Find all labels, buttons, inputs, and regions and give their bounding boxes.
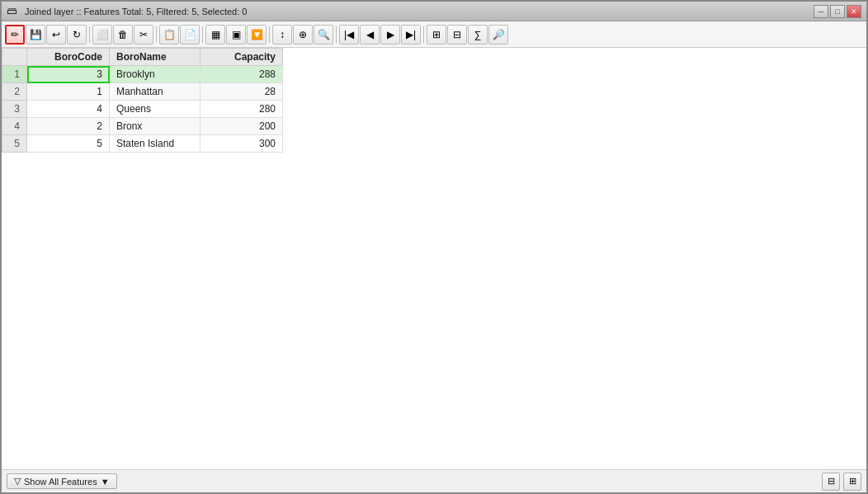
close-button[interactable]: ✕	[847, 5, 861, 18]
status-bar-right: ⊟ ⊞	[822, 473, 861, 491]
attribute-table[interactable]: BoroCode BoroName Capacity 13Brooklyn288…	[2, 48, 866, 469]
borocode-cell[interactable]: 5	[27, 135, 110, 153]
delete-column-button[interactable]: ⊟	[447, 25, 467, 45]
deselect-button[interactable]: ▣	[226, 25, 246, 45]
table-row[interactable]: 42Bronx200	[2, 118, 283, 135]
row-number-cell: 2	[2, 83, 27, 101]
boroname-cell[interactable]: Staten Island	[110, 135, 200, 153]
status-bar: ▽ Show All Features ▼ ⊟ ⊞	[2, 469, 866, 492]
capacity-cell[interactable]: 300	[200, 135, 283, 153]
copy-button[interactable]: 📄	[180, 25, 200, 45]
borocode-cell[interactable]: 2	[27, 118, 110, 135]
sep1	[89, 26, 90, 43]
filter-button[interactable]: 🔽	[247, 25, 267, 45]
capacity-cell[interactable]: 288	[200, 66, 283, 83]
save-button[interactable]: 💾	[26, 25, 45, 45]
capacity-cell[interactable]: 28	[200, 83, 283, 101]
zoom-selected-button[interactable]: 🔍	[314, 25, 333, 45]
capacity-cell[interactable]: 280	[200, 101, 283, 118]
table-header-row: BoroCode BoroName Capacity	[2, 49, 283, 66]
first-button[interactable]: |◀	[339, 25, 359, 45]
toolbar: ✏ 💾 ↩ ↻ ⬜ 🗑 ✂ 📋 📄 ▦ ▣ 🔽 ↕ ⊕ 🔍 |◀ ◀ ▶ ▶| …	[2, 21, 866, 48]
sep5	[336, 26, 337, 43]
boroname-cell[interactable]: Manhattan	[110, 83, 200, 101]
search-button[interactable]: 🔎	[488, 25, 508, 45]
title-bar: 🗃 Joined layer :: Features Total: 5, Fil…	[2, 2, 866, 21]
sep4	[269, 26, 270, 43]
row-num-header	[2, 49, 27, 66]
delete-button[interactable]: 🗑	[113, 25, 133, 45]
dropdown-arrow-icon: ▼	[101, 477, 110, 487]
last-button[interactable]: ▶|	[401, 25, 421, 45]
pan-button[interactable]: ⊕	[293, 25, 313, 45]
prev-button[interactable]: ◀	[360, 25, 380, 45]
move-selected-button[interactable]: ↕	[272, 25, 292, 45]
title-bar-left: 🗃 Joined layer :: Features Total: 5, Fil…	[7, 5, 247, 18]
refresh-button[interactable]: ↻	[67, 25, 87, 45]
show-features-button[interactable]: ▽ Show All Features ▼	[7, 473, 117, 489]
boroname-cell[interactable]: Queens	[110, 101, 200, 118]
row-number-cell: 3	[2, 101, 27, 118]
row-number-cell: 5	[2, 135, 27, 153]
sep6	[423, 26, 424, 43]
row-number-cell: 1	[2, 66, 27, 83]
show-features-label: Show All Features	[24, 477, 97, 487]
table-row[interactable]: 21Manhattan28	[2, 83, 283, 101]
sep2	[156, 26, 157, 43]
main-window: 🗃 Joined layer :: Features Total: 5, Fil…	[0, 0, 868, 494]
boroname-cell[interactable]: Bronx	[110, 118, 200, 135]
table-row[interactable]: 13Brooklyn288	[2, 66, 283, 83]
edit-pencil-button[interactable]: ✏	[5, 25, 25, 45]
table-row[interactable]: 55Staten Island300	[2, 135, 283, 153]
select-all-button[interactable]: ▦	[205, 25, 225, 45]
capacity-header[interactable]: Capacity	[200, 49, 283, 66]
sep3	[202, 26, 203, 43]
cut-button[interactable]: ✂	[134, 25, 153, 45]
copy-attr-button[interactable]: ⬜	[92, 25, 112, 45]
status-icon-2[interactable]: ⊞	[843, 473, 861, 491]
row-number-cell: 4	[2, 118, 27, 135]
paste-button[interactable]: 📋	[159, 25, 179, 45]
status-icon-1[interactable]: ⊟	[822, 473, 840, 491]
undo-button[interactable]: ↩	[46, 25, 66, 45]
window-title: Joined layer :: Features Total: 5, Filte…	[25, 7, 247, 16]
filter-icon: ▽	[14, 476, 21, 487]
table-row[interactable]: 34Queens280	[2, 101, 283, 118]
title-buttons: ─ □ ✕	[814, 5, 861, 18]
next-button[interactable]: ▶	[380, 25, 400, 45]
maximize-button[interactable]: □	[830, 5, 845, 18]
boroname-header[interactable]: BoroName	[110, 49, 200, 66]
borocode-cell[interactable]: 4	[27, 101, 110, 118]
borocode-cell[interactable]: 1	[27, 83, 110, 101]
boroname-cell[interactable]: Brooklyn	[110, 66, 200, 83]
new-column-button[interactable]: ⊞	[427, 25, 446, 45]
capacity-cell[interactable]: 200	[200, 118, 283, 135]
borocode-cell[interactable]: 3	[27, 66, 110, 83]
calculate-button[interactable]: ∑	[468, 25, 488, 45]
minimize-button[interactable]: ─	[814, 5, 828, 18]
window-icon: 🗃	[7, 5, 20, 18]
borocode-header[interactable]: BoroCode	[27, 49, 110, 66]
